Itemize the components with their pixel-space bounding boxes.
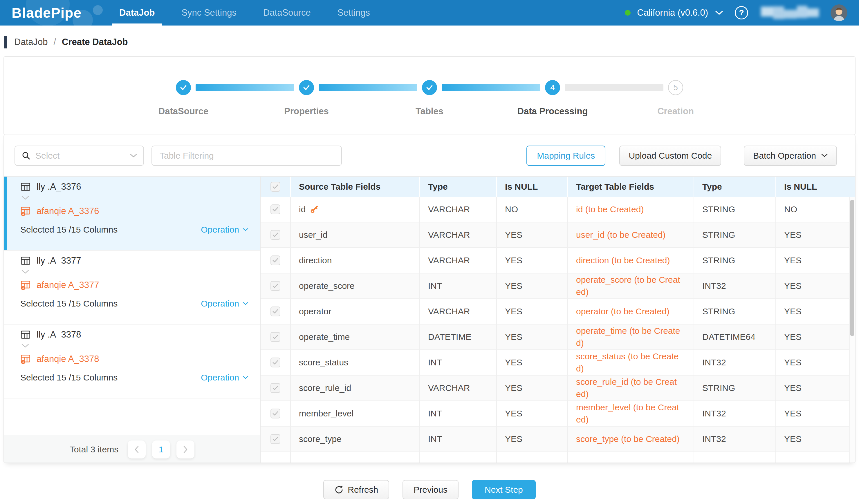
table-icon [20,255,31,266]
step-label: DataSource [159,106,208,116]
target-field-name[interactable]: member_level (to be Created) [568,401,694,426]
field-mapping-table: Source Table Fields Type Is NULL Target … [261,177,855,463]
batch-operation-button[interactable]: Batch Operation [744,145,837,166]
row-checkbox[interactable] [270,281,280,291]
collapse-chevron-icon[interactable] [21,344,248,351]
source-field-name: score_type [299,434,342,444]
target-field-name[interactable]: user_id (to be Created) [568,222,694,247]
header-is-null: Is NULL [497,177,568,197]
row-checkbox[interactable] [270,434,280,444]
target-type: INT32 [694,401,776,426]
table-row: direction VARCHAR YES direction (to be C… [261,248,855,273]
target-is-null: YES [776,299,855,324]
step-check-icon [299,80,314,95]
source-type: INT [420,401,497,426]
select-dropdown[interactable]: Select [15,145,144,166]
source-field-name: member_level [299,409,353,419]
page-number-button[interactable]: 1 [152,441,170,458]
target-type: INT32 [694,427,776,452]
row-checkbox[interactable] [270,383,280,393]
refresh-button[interactable]: Refresh [323,480,389,499]
table-pair-item[interactable]: lly .A_3376 afanqie A_3376 Selected 15 /… [4,177,260,251]
operation-label: Operation [201,373,239,382]
source-is-null: NO [497,197,568,222]
region-selector[interactable]: California (v0.6.0) [637,7,708,18]
next-page-button[interactable] [177,441,194,458]
operation-dropdown[interactable]: Operation [201,225,248,235]
target-is-null: YES [776,248,855,273]
scrollbar-thumb[interactable] [850,200,854,336]
table-row-clipped [261,452,855,463]
header-target-type: Type [694,177,776,197]
source-field-name: id [299,204,305,214]
table-pair-item[interactable]: lly .A_3378 afanqie A_3378 Selected 15 /… [4,325,260,398]
chevron-down-icon[interactable] [715,10,723,15]
target-is-null: YES [776,325,855,349]
previous-button[interactable]: Previous [403,480,458,499]
tab-settings[interactable]: Settings [337,0,370,26]
source-is-null: YES [497,299,568,324]
sidebar-pagination: Total 3 items 1 [4,435,260,463]
row-checkbox[interactable] [270,306,280,316]
source-field-name: score_rule_id [299,383,351,393]
breadcrumb-datajob[interactable]: DataJob [14,37,48,47]
step-label: Tables [416,106,443,116]
step-label: Properties [284,106,329,116]
target-field-name[interactable]: score_status (to be Created) [568,350,694,375]
source-is-null: YES [497,350,568,375]
row-checkbox[interactable] [270,204,280,214]
help-icon[interactable]: ? [735,6,748,19]
step-label: Creation [657,106,694,116]
source-type: INT [420,350,497,375]
next-step-button[interactable]: Next Step [472,480,536,499]
operation-dropdown[interactable]: Operation [201,373,248,382]
target-field-name[interactable]: score_rule_id (to be Created) [568,376,694,400]
target-field-name[interactable]: direction (to be Created) [568,248,694,273]
collapse-chevron-icon[interactable] [21,196,248,203]
batch-operation-label: Batch Operation [753,151,816,161]
target-is-null: YES [776,376,855,400]
source-field-name: user_id [299,230,327,240]
select-all-checkbox[interactable] [270,182,280,192]
source-table-name: lly .A_3377 [36,255,81,266]
upload-custom-code-button[interactable]: Upload Custom Code [619,145,721,166]
header-type: Type [420,177,497,197]
prev-page-button[interactable] [128,441,146,458]
table-filtering-input[interactable] [151,145,342,166]
source-is-null: YES [497,427,568,452]
selected-columns-text: Selected 15 /15 Columns [20,299,118,309]
main-nav: DataJob Sync Settings DataSource Setting… [119,0,370,26]
row-checkbox[interactable] [270,332,280,342]
target-field-name[interactable]: id (to be Created) [568,197,694,222]
mapping-rules-button[interactable]: Mapping Rules [526,145,605,166]
target-field-name[interactable]: operate_score (to be Created) [568,273,694,298]
breadcrumb-separator: / [54,37,56,47]
target-type: STRING [694,376,776,400]
collapse-chevron-icon[interactable] [21,270,248,277]
source-is-null: YES [497,248,568,273]
target-field-name[interactable]: operator (to be Created) [568,299,694,324]
steps-card: DataSource Properties Tables 4 Data Proc… [3,56,856,135]
username-redacted [761,6,819,19]
target-table-name: afanqie A_3376 [36,206,99,216]
target-type: STRING [694,299,776,324]
row-checkbox[interactable] [270,255,280,265]
target-field-name[interactable]: operate_time (to be Created) [568,325,694,349]
operation-dropdown[interactable]: Operation [201,299,248,309]
progress-steps: DataSource Properties Tables 4 Data Proc… [122,57,737,135]
row-checkbox[interactable] [270,230,280,240]
row-checkbox[interactable] [270,409,280,419]
row-checkbox[interactable] [270,358,280,367]
tab-sync-settings[interactable]: Sync Settings [181,0,237,26]
table-pair-item[interactable]: lly .A_3377 afanqie A_3377 Selected 15 /… [4,251,260,325]
source-type: INT [420,427,497,452]
vertical-scrollbar[interactable] [849,197,855,463]
target-field-name[interactable]: score_type (to be Created) [568,427,694,452]
tab-datajob[interactable]: DataJob [119,0,155,26]
tab-label: Settings [337,7,370,18]
tab-datasource[interactable]: DataSource [263,0,311,26]
user-avatar[interactable] [831,4,847,21]
step-creation: 5 Creation [614,57,737,135]
select-placeholder: Select [35,151,125,161]
table-row: score_type INT YES score_type (to be Cre… [261,427,855,452]
